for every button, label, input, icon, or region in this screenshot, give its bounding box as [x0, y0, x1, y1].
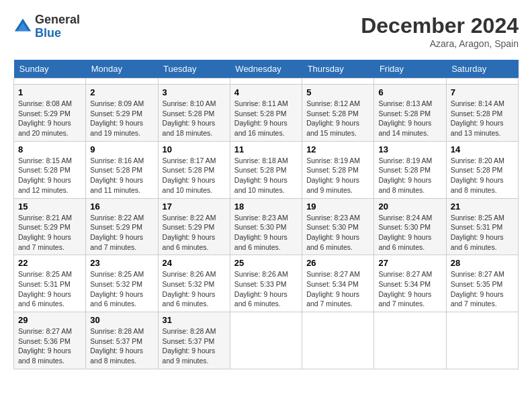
day-30: 30 Sunrise: 8:28 AMSunset: 5:37 PMDaylig…	[86, 312, 158, 369]
day-29: 29 Sunrise: 8:27 AMSunset: 5:36 PMDaylig…	[14, 312, 86, 369]
logo-text: General Blue	[35, 13, 80, 40]
day-cell-empty-7	[446, 79, 518, 85]
day-3: 3 Sunrise: 8:10 AMSunset: 5:28 PMDayligh…	[158, 85, 230, 142]
week-dec1: 1 Sunrise: 8:08 AMSunset: 5:29 PMDayligh…	[14, 85, 519, 142]
week-dec29: 29 Sunrise: 8:27 AMSunset: 5:36 PMDaylig…	[14, 312, 519, 369]
day-cell-empty-3	[158, 79, 230, 85]
day-17: 17 Sunrise: 8:22 AMSunset: 5:29 PMDaylig…	[158, 198, 230, 255]
location: Azara, Aragon, Spain	[361, 38, 519, 49]
logo-blue: Blue	[35, 27, 80, 40]
header-tuesday: Tuesday	[158, 60, 230, 79]
header-wednesday: Wednesday	[230, 60, 302, 79]
day-cell-empty-5	[302, 79, 374, 85]
day-cell-empty-2	[86, 79, 158, 85]
day-28: 28 Sunrise: 8:27 AMSunset: 5:35 PMDaylig…	[446, 255, 518, 312]
day-25: 25 Sunrise: 8:26 AMSunset: 5:33 PMDaylig…	[230, 255, 302, 312]
day-19: 19 Sunrise: 8:23 AMSunset: 5:30 PMDaylig…	[302, 198, 374, 255]
day-23: 23 Sunrise: 8:25 AMSunset: 5:32 PMDaylig…	[86, 255, 158, 312]
day-cell-empty-6	[374, 79, 446, 85]
day-12: 12 Sunrise: 8:19 AMSunset: 5:28 PMDaylig…	[302, 141, 374, 198]
day-4: 4 Sunrise: 8:11 AMSunset: 5:28 PMDayligh…	[230, 85, 302, 142]
day-empty-thu	[302, 312, 374, 369]
day-6: 6 Sunrise: 8:13 AMSunset: 5:28 PMDayligh…	[374, 85, 446, 142]
day-empty-fri	[374, 312, 446, 369]
page-container: General Blue December 2024 Azara, Aragon…	[13, 13, 519, 369]
week-1	[14, 79, 519, 85]
header: General Blue December 2024 Azara, Aragon…	[13, 13, 519, 49]
day-empty-wed	[230, 312, 302, 369]
day-5: 5 Sunrise: 8:12 AMSunset: 5:28 PMDayligh…	[302, 85, 374, 142]
day-26: 26 Sunrise: 8:27 AMSunset: 5:34 PMDaylig…	[302, 255, 374, 312]
day-22: 22 Sunrise: 8:25 AMSunset: 5:31 PMDaylig…	[14, 255, 86, 312]
header-friday: Friday	[374, 60, 446, 79]
title-section: December 2024 Azara, Aragon, Spain	[361, 13, 519, 49]
week-dec15: 15 Sunrise: 8:21 AMSunset: 5:29 PMDaylig…	[14, 198, 519, 255]
week-dec8: 8 Sunrise: 8:15 AMSunset: 5:28 PMDayligh…	[14, 141, 519, 198]
logo-icon	[13, 17, 32, 36]
day-1: 1 Sunrise: 8:08 AMSunset: 5:29 PMDayligh…	[14, 85, 86, 142]
day-11: 11 Sunrise: 8:18 AMSunset: 5:28 PMDaylig…	[230, 141, 302, 198]
day-21: 21 Sunrise: 8:25 AMSunset: 5:31 PMDaylig…	[446, 198, 518, 255]
day-20: 20 Sunrise: 8:24 AMSunset: 5:30 PMDaylig…	[374, 198, 446, 255]
day-7: 7 Sunrise: 8:14 AMSunset: 5:28 PMDayligh…	[446, 85, 518, 142]
day-cell-empty-1	[14, 79, 86, 85]
day-31: 31 Sunrise: 8:28 AMSunset: 5:37 PMDaylig…	[158, 312, 230, 369]
header-thursday: Thursday	[302, 60, 374, 79]
day-8: 8 Sunrise: 8:15 AMSunset: 5:28 PMDayligh…	[14, 141, 86, 198]
week-dec22: 22 Sunrise: 8:25 AMSunset: 5:31 PMDaylig…	[14, 255, 519, 312]
header-saturday: Saturday	[446, 60, 518, 79]
day-15: 15 Sunrise: 8:21 AMSunset: 5:29 PMDaylig…	[14, 198, 86, 255]
day-14: 14 Sunrise: 8:20 AMSunset: 5:28 PMDaylig…	[446, 141, 518, 198]
day-18: 18 Sunrise: 8:23 AMSunset: 5:30 PMDaylig…	[230, 198, 302, 255]
day-13: 13 Sunrise: 8:19 AMSunset: 5:28 PMDaylig…	[374, 141, 446, 198]
header-monday: Monday	[86, 60, 158, 79]
day-10: 10 Sunrise: 8:17 AMSunset: 5:28 PMDaylig…	[158, 141, 230, 198]
month-title: December 2024	[361, 13, 519, 38]
logo-general: General	[35, 13, 80, 27]
day-9: 9 Sunrise: 8:16 AMSunset: 5:28 PMDayligh…	[86, 141, 158, 198]
day-cell-empty-4	[230, 79, 302, 85]
day-24: 24 Sunrise: 8:26 AMSunset: 5:32 PMDaylig…	[158, 255, 230, 312]
logo: General Blue	[13, 13, 80, 40]
calendar-table: Sunday Monday Tuesday Wednesday Thursday…	[13, 60, 519, 369]
day-27: 27 Sunrise: 8:27 AMSunset: 5:34 PMDaylig…	[374, 255, 446, 312]
header-sunday: Sunday	[14, 60, 86, 79]
calendar-header-row: Sunday Monday Tuesday Wednesday Thursday…	[14, 60, 519, 79]
day-16: 16 Sunrise: 8:22 AMSunset: 5:29 PMDaylig…	[86, 198, 158, 255]
day-2: 2 Sunrise: 8:09 AMSunset: 5:29 PMDayligh…	[86, 85, 158, 142]
day-empty-sat	[446, 312, 518, 369]
